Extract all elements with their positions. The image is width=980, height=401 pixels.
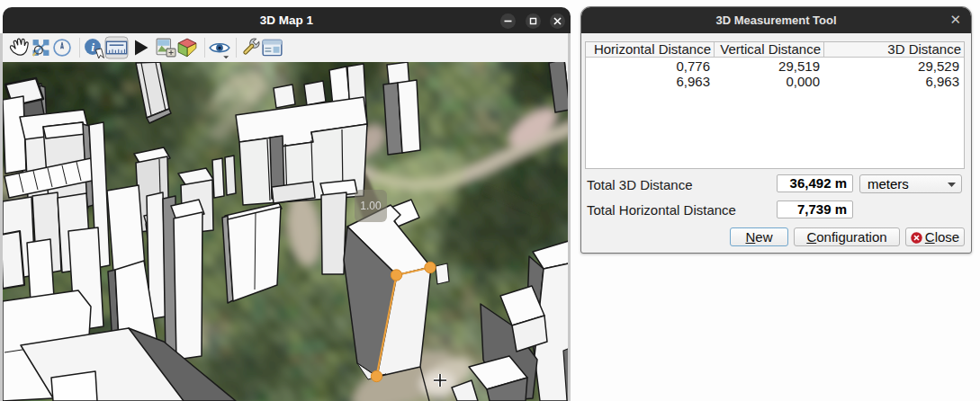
svg-text:i: i [91, 40, 94, 54]
svg-text:1.00: 1.00 [360, 200, 382, 212]
